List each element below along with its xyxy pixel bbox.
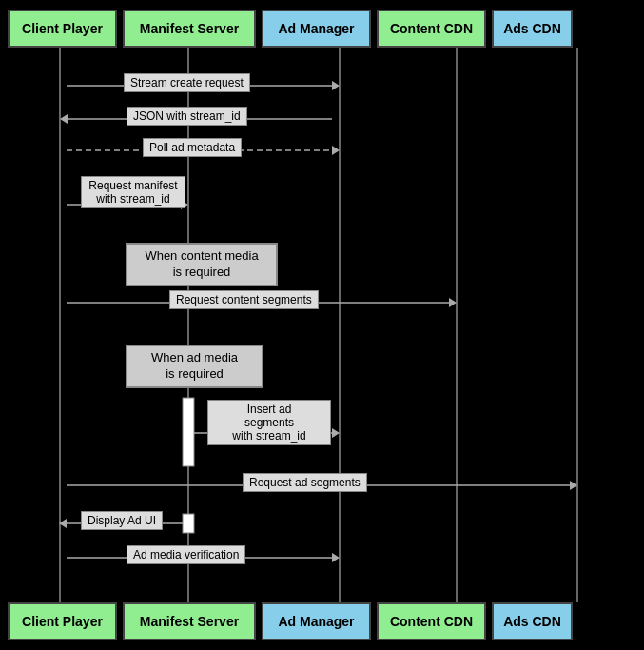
actor-manifest-top: Manifest Server [123,10,256,48]
actor-client-bottom: Client Player [8,602,117,640]
note-content-media: When content mediais required [126,243,278,286]
msg-label-json-streamid: JSON with stream_id [127,107,247,126]
svg-rect-20 [183,514,194,533]
svg-marker-24 [332,553,340,562]
actor-adscdn-bottom: Ads CDN [492,602,573,640]
msg-label-request-content: Request content segments [169,290,319,309]
bottom-actor-bar: Client Player Manifest Server Ad Manager… [0,602,644,640]
actor-admanager-bottom: Ad Manager [262,602,371,640]
sequence-diagram: Client Player Manifest Server Ad Manager… [0,0,644,650]
msg-label-ad-verification: Ad media verification [127,545,245,564]
actor-contentcdn-top: Content CDN [377,10,486,48]
msg-label-poll-ad: Poll ad metadata [143,138,242,157]
msg-label-request-ad: Request ad segments [243,473,367,492]
msg-label-display-ad-ui: Display Ad UI [81,511,163,530]
svg-marker-14 [449,298,457,307]
svg-marker-22 [59,519,67,528]
lifelines-svg [0,0,644,650]
actor-admanager-top: Ad Manager [262,10,371,48]
msg-label-request-manifest: Request manifestwith stream_id [81,176,185,208]
actor-contentcdn-bottom: Content CDN [377,602,486,640]
svg-marker-17 [332,428,340,438]
svg-rect-15 [183,398,194,466]
svg-marker-10 [332,146,340,155]
svg-marker-8 [60,114,68,124]
msg-label-insert-ad: Insert adsegmentswith stream_id [207,400,331,445]
actor-adscdn-top: Ads CDN [492,10,573,48]
svg-marker-6 [332,81,340,90]
msg-label-stream-create: Stream create request [124,73,250,92]
svg-marker-19 [570,481,577,490]
note-ad-media: When ad mediais required [126,345,263,388]
actor-manifest-bottom: Manifest Server [123,602,256,640]
actor-client-top: Client Player [8,10,117,48]
top-actor-bar: Client Player Manifest Server Ad Manager… [0,10,644,48]
